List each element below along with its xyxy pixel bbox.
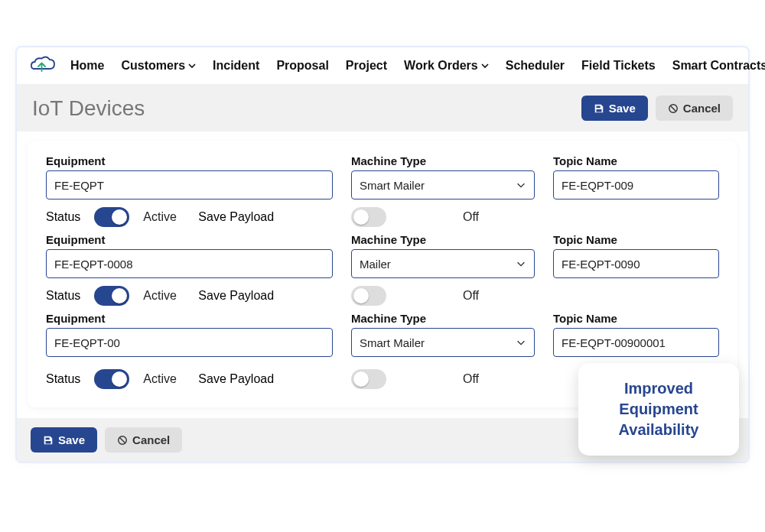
nav-project[interactable]: Project: [346, 59, 387, 73]
topic-name-input[interactable]: [553, 249, 719, 278]
callout-card: Improved Equipment Availability: [578, 363, 739, 456]
device-row: Equipment Machine Type Smart Mailer Topi…: [46, 154, 719, 200]
cancel-icon: [117, 435, 128, 446]
topic-name-label: Topic Name: [553, 154, 719, 167]
cancel-button[interactable]: Cancel: [105, 427, 182, 453]
equipment-input[interactable]: [46, 170, 333, 200]
nav-customers[interactable]: Customers: [121, 59, 196, 73]
chevron-down-icon: [481, 62, 489, 70]
status-toggle[interactable]: [94, 207, 129, 227]
machine-type-label: Machine Type: [351, 233, 535, 246]
chevron-down-icon: [516, 180, 526, 190]
payload-toggle[interactable]: [351, 207, 386, 227]
status-label: Status: [46, 210, 80, 224]
equipment-input[interactable]: [46, 328, 333, 357]
topic-name-label: Topic Name: [553, 312, 719, 325]
app-window: Home Customers Incident Proposal Project…: [15, 46, 750, 463]
nav-home[interactable]: Home: [70, 59, 104, 73]
chevron-down-icon: [516, 258, 526, 269]
save-payload-label: Save Payload: [198, 372, 274, 386]
payload-toggle[interactable]: [351, 286, 386, 306]
save-button[interactable]: Save: [581, 96, 648, 121]
payload-value: Off: [463, 372, 504, 386]
machine-type-select[interactable]: Mailer: [351, 249, 535, 278]
equipment-label: Equipment: [46, 233, 333, 246]
save-payload-label: Save Payload: [198, 210, 274, 224]
nav-proposal[interactable]: Proposal: [276, 59, 328, 73]
machine-type-select[interactable]: Smart Mailer: [351, 170, 535, 200]
status-value: Active: [143, 289, 184, 303]
callout-text: Improved Equipment Availability: [600, 378, 718, 440]
device-status-row: Status Active Save Payload Off: [46, 286, 719, 306]
equipment-label: Equipment: [46, 312, 333, 325]
nav-work-orders[interactable]: Work Orders: [404, 59, 489, 73]
payload-value: Off: [463, 210, 504, 224]
machine-type-label: Machine Type: [351, 312, 535, 325]
device-row: Equipment Machine Type Smart Mailer Topi…: [46, 312, 719, 357]
app-logo: [29, 55, 57, 76]
status-toggle[interactable]: [94, 286, 129, 306]
save-button[interactable]: Save: [31, 427, 97, 453]
page-title: IoT Devices: [32, 96, 145, 121]
status-value: Active: [143, 210, 184, 224]
top-nav: Home Customers Incident Proposal Project…: [17, 47, 748, 85]
nav-scheduler[interactable]: Scheduler: [506, 59, 565, 73]
topic-name-label: Topic Name: [553, 233, 719, 246]
topic-name-input[interactable]: [553, 170, 719, 200]
cancel-button[interactable]: Cancel: [656, 96, 733, 121]
save-payload-label: Save Payload: [198, 289, 274, 303]
payload-toggle[interactable]: [351, 369, 386, 389]
payload-value: Off: [463, 289, 504, 303]
nav-items: Home Customers Incident Proposal Project…: [70, 59, 765, 73]
equipment-label: Equipment: [46, 154, 333, 167]
save-icon: [594, 103, 604, 114]
save-icon: [43, 435, 54, 446]
status-label: Status: [46, 372, 80, 386]
status-label: Status: [46, 289, 80, 303]
chevron-down-icon: [516, 337, 526, 348]
chevron-down-icon: [188, 62, 196, 70]
machine-type-label: Machine Type: [351, 154, 535, 167]
cancel-icon: [668, 103, 679, 114]
nav-smart-contracts[interactable]: Smart Contracts: [672, 59, 765, 73]
nav-field-tickets[interactable]: Field Tickets: [581, 59, 656, 73]
status-value: Active: [143, 372, 184, 386]
machine-type-select[interactable]: Smart Mailer: [351, 328, 535, 357]
status-toggle[interactable]: [94, 369, 129, 389]
page-header: IoT Devices Save Cancel: [17, 85, 748, 131]
topic-name-input[interactable]: [553, 328, 719, 357]
equipment-input[interactable]: [46, 249, 333, 278]
nav-incident[interactable]: Incident: [213, 59, 259, 73]
device-row: Equipment Machine Type Mailer Topic Name: [46, 233, 719, 278]
header-actions: Save Cancel: [581, 96, 733, 121]
device-status-row: Status Active Save Payload Off: [46, 207, 719, 227]
